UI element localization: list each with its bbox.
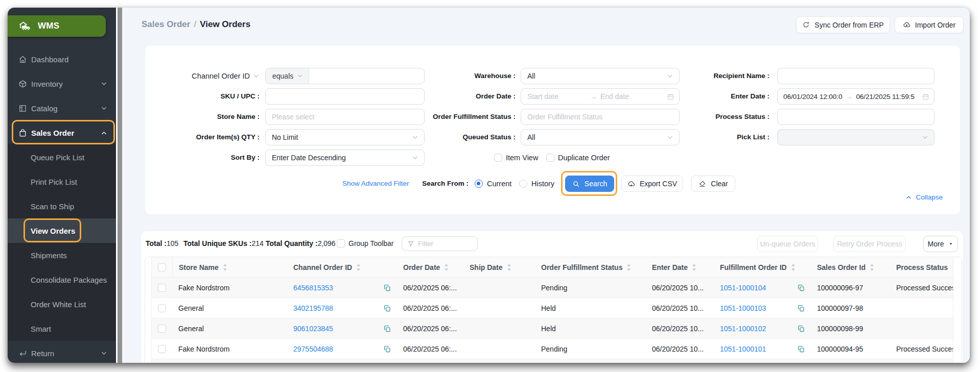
sorter-icon[interactable]: [222, 263, 228, 271]
enter-date-start[interactable]: 06/01/2024 12:00:0: [778, 93, 842, 101]
unqueue-orders-button[interactable]: Un-queue Orders: [757, 236, 818, 252]
sidebar-item-scan-to-ship[interactable]: Scan to Ship: [8, 194, 116, 218]
submenu-item-label: Queue Pick List: [31, 153, 84, 162]
header-ship-date[interactable]: Ship Date: [463, 257, 535, 277]
header-channel-order-id[interactable]: Channel Order ID: [287, 257, 397, 277]
channel-order-id-cell: 9061023845: [287, 318, 397, 338]
warehouse-truck-icon: [18, 20, 32, 32]
header-sales-order-id[interactable]: Sales Order Id: [811, 257, 890, 277]
history-radio[interactable]: [519, 180, 527, 188]
sidebar-item-sales-order[interactable]: Sales Order: [8, 120, 116, 145]
recipient-name-input[interactable]: [778, 68, 934, 84]
sorter-icon[interactable]: [869, 263, 875, 271]
channel-order-id-field-selector[interactable]: Channel Order ID: [145, 68, 260, 84]
order-date-start[interactable]: Start date: [521, 92, 587, 101]
duplicate-order-checkbox[interactable]: [546, 154, 554, 162]
copy-icon[interactable]: [384, 305, 391, 312]
sorter-icon[interactable]: [444, 263, 449, 271]
copy-icon[interactable]: [798, 345, 805, 353]
sorter-icon[interactable]: [691, 263, 697, 271]
scrollbar-thumb[interactable]: [118, 8, 122, 363]
copy-icon[interactable]: [798, 325, 805, 332]
sidebar-item-view-orders[interactable]: View Orders: [8, 218, 116, 243]
channel-order-id-link[interactable]: 9061023845: [293, 325, 333, 333]
fulfillment-order-id-link[interactable]: 1051-1000102: [720, 325, 766, 333]
import-order-button[interactable]: Import Order: [895, 16, 964, 33]
sorter-icon[interactable]: [356, 263, 361, 271]
chevron-down-icon: [101, 105, 107, 112]
clear-button[interactable]: Clear: [691, 176, 735, 192]
sorter-icon[interactable]: [626, 263, 632, 271]
enter-date-cell: 06/20/2025 10...: [646, 318, 714, 338]
fulfillment-order-id-link[interactable]: 1051-1000103: [720, 304, 766, 312]
fulfillment-order-id-cell: 1051-1000104: [714, 278, 811, 297]
store-name-cell: General: [172, 298, 287, 318]
channel-order-id-link[interactable]: 3402195788: [293, 304, 333, 312]
column-title: Fulfillment Order ID: [720, 263, 787, 271]
sidebar-item-order-white-list[interactable]: Order White List: [8, 292, 116, 316]
item-view-checkbox[interactable]: [494, 154, 502, 162]
collapse-link[interactable]: Collapse: [905, 193, 943, 201]
copy-icon[interactable]: [384, 284, 391, 291]
copy-icon[interactable]: [384, 345, 391, 353]
channel-order-id-link[interactable]: 6456815353: [293, 284, 333, 292]
fulfillment-order-id-link[interactable]: 1051-1000104: [720, 284, 766, 292]
sidebar-item-catalog[interactable]: Catalog: [8, 96, 116, 120]
retry-order-process-button[interactable]: Retry Order Process: [833, 236, 906, 252]
sort-by-select[interactable]: Enter Date Descending: [265, 150, 425, 166]
sidebar-item-queue-pick-list[interactable]: Queue Pick List: [8, 145, 116, 169]
order-date-cell: 06/20/2025 06:...: [397, 298, 463, 318]
copy-icon[interactable]: [798, 305, 805, 312]
copy-icon[interactable]: [798, 284, 805, 291]
row-checkbox[interactable]: [158, 345, 166, 353]
current-radio[interactable]: [475, 180, 483, 188]
header-store-name[interactable]: Store Name: [172, 257, 287, 277]
enter-date-range-picker[interactable]: 06/01/2024 12:00:0 → 06/21/2025 11:59:5: [777, 88, 935, 105]
order-date-end[interactable]: End date: [600, 92, 629, 101]
chevron-down-icon: [297, 73, 303, 79]
process-status-input[interactable]: [778, 109, 934, 125]
channel-order-id-link[interactable]: 2975504688: [293, 345, 333, 353]
enter-date-end[interactable]: 06/21/2025 11:59:5: [856, 93, 914, 101]
sorter-icon[interactable]: [506, 263, 512, 271]
sidebar-item-smart[interactable]: Smart: [8, 316, 116, 341]
sorter-icon[interactable]: [951, 263, 953, 271]
channel-order-id-operator-select[interactable]: equals: [266, 68, 309, 84]
select-all-checkbox[interactable]: [158, 263, 166, 271]
ship-date-cell: [463, 318, 535, 338]
duplicate-order-checkbox-row: Duplicate Order: [546, 154, 610, 162]
sidebar-item-print-pick-list[interactable]: Print Pick List: [8, 169, 116, 194]
caret-down-icon: [948, 241, 953, 246]
header-fulfillment-order-id[interactable]: Fulfillment Order ID: [714, 257, 811, 277]
sidebar-item-shipments[interactable]: Shipments: [8, 243, 116, 267]
header-enter-date[interactable]: Enter Date: [646, 257, 714, 277]
row-checkbox[interactable]: [158, 304, 166, 312]
sync-order-from-erp-button[interactable]: Sync Order from ERP: [796, 16, 890, 33]
header-order-fulfillment-status[interactable]: Order Fulfillment Status: [535, 257, 646, 277]
store-name-label: Store Name :: [145, 109, 260, 125]
sorter-icon[interactable]: [790, 263, 796, 271]
sidebar-item-return[interactable]: Return: [8, 341, 116, 363]
chevron-down-icon: [922, 134, 928, 141]
more-button[interactable]: More: [923, 236, 958, 252]
sidebar-item-inventory[interactable]: Inventory: [8, 71, 116, 96]
wms-logo[interactable]: WMS: [8, 15, 106, 37]
table-filter-input[interactable]: [414, 240, 477, 247]
sidebar-item-consolidate-packages[interactable]: Consolidate Packages: [8, 267, 116, 292]
layout-icon: [18, 104, 27, 113]
header-process-status[interactable]: Process Status: [890, 257, 953, 277]
copy-icon[interactable]: [384, 325, 391, 332]
total-orders-stat: Total :105: [146, 239, 178, 247]
breadcrumb-section[interactable]: Sales Order: [142, 19, 190, 29]
export-csv-button[interactable]: Export CSV: [621, 176, 683, 192]
row-checkbox[interactable]: [158, 325, 166, 333]
recipient-name-field: [777, 68, 935, 84]
page-scrollbar[interactable]: [116, 8, 122, 363]
fulfillment-order-id-link[interactable]: 1051-1000101: [720, 345, 766, 353]
sidebar-item-dashboard[interactable]: Dashboard: [8, 47, 116, 71]
search-button[interactable]: Search: [565, 176, 614, 192]
header-order-date[interactable]: Order Date: [397, 257, 463, 277]
row-checkbox[interactable]: [158, 284, 166, 292]
group-toolbar-checkbox[interactable]: [337, 239, 345, 247]
sidebar-item-label: Dashboard: [31, 55, 68, 64]
